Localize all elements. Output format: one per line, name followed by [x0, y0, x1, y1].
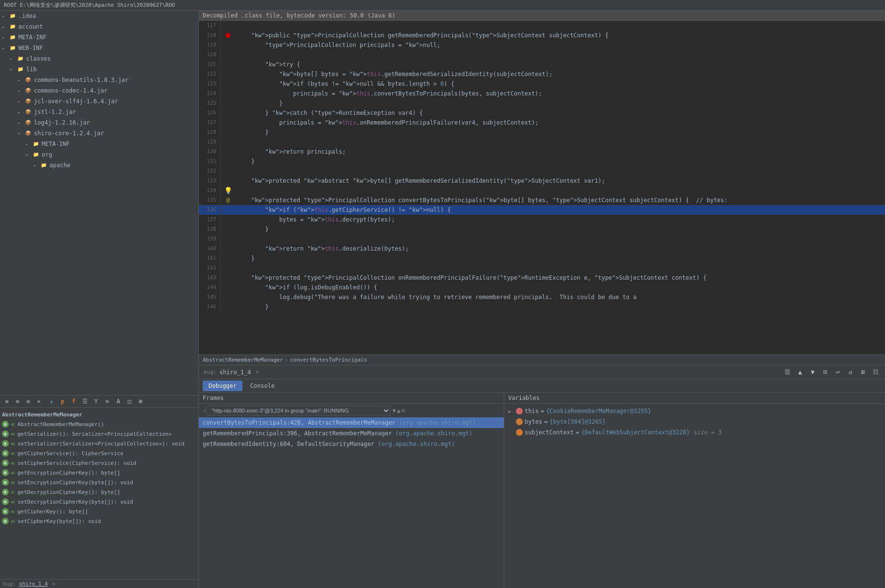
- var-name-1: bytes: [525, 418, 542, 425]
- line-gutter-127: [221, 118, 235, 127]
- tree-item-commons-beanutils[interactable]: ▸📦commons-beanutils-1.8.3.jar: [0, 75, 198, 85]
- var-extra-2: size = 3: [693, 429, 722, 436]
- frame-text-1: getRememberedPrincipals:396, AbstractRem…: [203, 430, 472, 437]
- debug-file-tab[interactable]: shiro_1_4: [19, 581, 48, 587]
- filter-a-btn[interactable]: A: [113, 397, 123, 406]
- struct-member-3[interactable]: m≪getCipherService(): CipherService: [0, 448, 198, 458]
- code-line-129: 129: [199, 137, 885, 147]
- line-gutter-131: [221, 157, 235, 166]
- line-number-146: 146: [199, 302, 221, 312]
- tree-item-org[interactable]: ▾📁org: [0, 149, 198, 160]
- frame-item-1[interactable]: getRememberedPrincipals:396, AbstractRem…: [199, 428, 504, 439]
- line-gutter-136: [221, 205, 235, 215]
- settings-btn[interactable]: ⚙: [23, 397, 33, 406]
- line-code-134: [235, 186, 885, 195]
- tree-item-lib[interactable]: ▾📁lib: [0, 64, 198, 75]
- filter-p-btn[interactable]: p: [58, 397, 67, 406]
- tree-label-commons-codec: commons-codec-1.4.jar: [34, 87, 108, 94]
- thread-select[interactable]: "http-nio-8080-exec-3"@3,224 in group "m…: [206, 406, 390, 415]
- toolbar-btn-8[interactable]: ☷: [870, 367, 881, 378]
- filter-circle-btn[interactable]: ⊙: [102, 397, 112, 406]
- struct-member-7[interactable]: m≪getDecryptionCipherKey(): byte[]: [0, 487, 198, 497]
- tree-item-jstl[interactable]: ▸📦jstl-1.2.jar: [0, 107, 198, 117]
- toolbar-btn-4[interactable]: ⊟: [820, 367, 831, 378]
- filter-icon-btn[interactable]: ☰: [80, 397, 90, 406]
- breakpoint-118[interactable]: [225, 33, 230, 38]
- line-code-133: "kw">protected "kw">abstract "kw">byte[]…: [235, 176, 885, 186]
- frames-panel: Frames ✓ "http-nio-8080-exec-3"@3,224 in…: [199, 393, 504, 588]
- thread-filter-icon[interactable]: ▼: [392, 407, 396, 414]
- frame-item-2[interactable]: getRememberedIdentity:604, DefaultSecuri…: [199, 439, 504, 449]
- struct-member-10[interactable]: m≪setCipherKey(byte[]): void: [0, 516, 198, 526]
- filter-extra2-btn[interactable]: ⊞: [136, 397, 145, 406]
- struct-member-4[interactable]: m≪setCipherService(CipherService): void: [0, 458, 198, 468]
- tree-item-account[interactable]: ▸📁account: [0, 21, 198, 32]
- frame-text-2: getRememberedIdentity:604, DefaultSecuri…: [203, 441, 455, 447]
- debug-file-name[interactable]: shiro_1_4: [220, 369, 251, 376]
- filter-f-btn[interactable]: f: [69, 397, 79, 406]
- thread-status-icon: ✓: [203, 407, 206, 414]
- thread-funnel-icon[interactable]: ⊟: [402, 407, 405, 414]
- sort-members-btn[interactable]: ≡: [2, 397, 12, 406]
- left-panel: ▸📁.idea▸📁account▸📁META-INF▸📁WEB-INF▸📁cla…: [0, 11, 199, 588]
- line-code-144: "kw">if (log.isDebugEnabled()) {: [235, 283, 885, 292]
- code-line-143: 143 "kw">protected "type">PrincipalColle…: [199, 273, 885, 283]
- struct-member-0[interactable]: m≪AbstractRememberMeManager(): [0, 419, 198, 429]
- toolbar-btn-5[interactable]: ↩: [833, 367, 843, 378]
- sort-btn[interactable]: ↕: [47, 397, 56, 406]
- jar-icon-log4j: 📦: [24, 119, 32, 127]
- toolbar-btn-3[interactable]: ▼: [807, 367, 818, 378]
- struct-member-6[interactable]: m≪setEncryptionCipherKey(byte[]): void: [0, 477, 198, 487]
- tree-arrow-commons-codec: ▸: [17, 88, 24, 94]
- tree-item-web-inf[interactable]: ▸📁WEB-INF: [0, 43, 198, 53]
- struct-member-8[interactable]: m≪setDecryptionCipherKey(byte[]): void: [0, 497, 198, 507]
- struct-member-2[interactable]: m≪setSerializer(Serializer<PrincipalColl…: [0, 439, 198, 448]
- main-area: ▸📁.idea▸📁account▸📁META-INF▸📁WEB-INF▸📁cla…: [0, 11, 885, 588]
- filter-y-btn[interactable]: Y: [91, 397, 101, 406]
- struct-member-name-6: setEncryptionCipherKey(byte[]): void: [17, 479, 133, 486]
- struct-member-name-5: getEncryptionCipherKey(): byte[]: [17, 470, 120, 476]
- tree-item-META-INF-2[interactable]: ▸📁META-INF: [0, 139, 198, 149]
- var-value-1: {byte[384]@3265}: [549, 418, 606, 425]
- code-line-131: 131 }: [199, 157, 885, 166]
- tree-label-org: org: [42, 151, 52, 158]
- tree-item-shiro-core[interactable]: ▾📦shiro-core-1.2.4.jar: [0, 128, 198, 139]
- tree-arrow-meta-inf: ▸: [2, 35, 9, 40]
- tree-item-idea[interactable]: ▸📁.idea: [0, 11, 198, 21]
- tree-item-commons-codec[interactable]: ▸📦commons-codec-1.4.jar: [0, 85, 198, 96]
- folder-icon-lib: 📁: [16, 65, 24, 73]
- frame-item-0[interactable]: convertBytesToPrincipals:428, AbstractRe…: [199, 417, 504, 428]
- var-icon-0: [516, 408, 523, 414]
- toolbar-btn-7[interactable]: ⊞: [858, 367, 869, 378]
- tree-item-classes[interactable]: ▸📁classes: [0, 53, 198, 64]
- code-line-142: 142: [199, 263, 885, 273]
- tree-item-apache[interactable]: ▾📁apache: [0, 160, 198, 171]
- tab-console[interactable]: Console: [244, 381, 281, 391]
- struct-member-5[interactable]: m≪getEncryptionCipherKey(): byte[]: [0, 468, 198, 477]
- line-code-123: "kw">if (bytes != "kw">null && bytes.len…: [235, 79, 885, 89]
- structure-toolbar: ≡ ≡ ⚙ ✕ ↕ p f ☰ Y ⊙ A ◫ ⊞: [0, 396, 198, 408]
- struct-member-1[interactable]: m≪getSerializer(): Serializer<PrincipalC…: [0, 429, 198, 439]
- toolbar-btn-2[interactable]: ▲: [795, 367, 805, 378]
- code-content[interactable]: 117118 "kw">public "type">PrincipalColle…: [199, 21, 885, 354]
- tab-debugger[interactable]: Debugger: [203, 381, 242, 391]
- close-structure-btn[interactable]: ✕: [34, 397, 44, 406]
- toolbar-btn-1[interactable]: ☰: [782, 367, 793, 378]
- tree-item-meta-inf[interactable]: ▸📁META-INF: [0, 32, 198, 43]
- close-debug-tab-btn[interactable]: ✕: [256, 369, 259, 375]
- toolbar-btn-6[interactable]: ↺: [845, 367, 856, 378]
- var-expand-0[interactable]: ▶: [508, 409, 514, 414]
- line-code-118: "kw">public "type">PrincipalCollection g…: [235, 31, 885, 40]
- tree-label-META-INF-2: META-INF: [42, 141, 70, 147]
- tree-arrow-apache: ▾: [33, 163, 40, 168]
- sort-members-btn2[interactable]: ≡: [13, 397, 22, 406]
- tree-label-apache: apache: [49, 162, 70, 169]
- struct-member-name-3: getCipherService(): CipherService: [17, 450, 124, 457]
- filter-extra1-btn[interactable]: ◫: [125, 397, 134, 406]
- tree-item-jcl-over-slf4j[interactable]: ▸📦jcl-over-slf4j-1.6.4.jar: [0, 96, 198, 107]
- thread-up-icon[interactable]: ▲: [397, 407, 400, 414]
- line-number-127: 127: [199, 118, 221, 127]
- struct-member-9[interactable]: m≪getCipherKey(): byte[]: [0, 507, 198, 516]
- tree-item-log4j[interactable]: ▸📦log4j-1.2.16.jar: [0, 117, 198, 128]
- code-line-119: 119 "type">PrincipalCollection principal…: [199, 40, 885, 50]
